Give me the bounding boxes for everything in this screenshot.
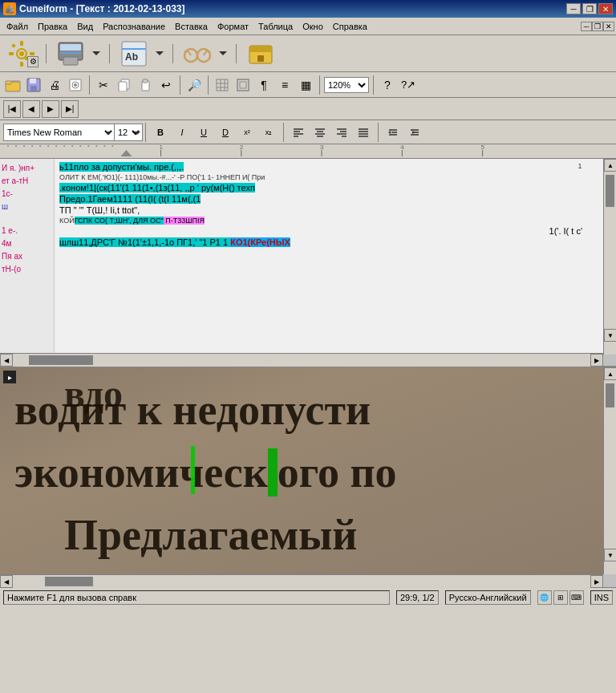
- svg-point-67: [23, 145, 25, 147]
- menu-window[interactable]: Окно: [298, 20, 328, 33]
- image-scroll-left[interactable]: ◀: [0, 575, 13, 588]
- nav-last-button[interactable]: ▶|: [61, 100, 79, 118]
- svg-rect-4: [9, 52, 14, 55]
- ocr-button[interactable]: Аb: [116, 38, 152, 69]
- menu-edit[interactable]: Правка: [33, 20, 72, 33]
- cut-button[interactable]: ✂: [94, 76, 113, 94]
- restore-button[interactable]: ❐: [582, 3, 597, 14]
- view-mode-button[interactable]: ▦: [296, 76, 315, 94]
- italic-button[interactable]: I: [172, 124, 192, 141]
- svg-text:Аb: Аb: [125, 51, 138, 63]
- ocr-hscroll-thumb[interactable]: [29, 355, 93, 365]
- image-scroll-right[interactable]: ▶: [590, 575, 603, 588]
- menu-recognize[interactable]: Распознавание: [98, 20, 170, 33]
- svg-point-77: [103, 145, 105, 147]
- image-hscroll[interactable]: ◀ ▶: [0, 574, 603, 587]
- subscript-button[interactable]: x₂: [259, 124, 278, 141]
- frame-button[interactable]: [233, 76, 253, 94]
- menu-insert[interactable]: Вставка: [170, 20, 213, 33]
- font-dropdown-icon: [105, 132, 111, 135]
- menu-close[interactable]: ✕: [603, 22, 614, 31]
- view-button[interactable]: [179, 38, 216, 69]
- justify-button[interactable]: [354, 124, 373, 141]
- ocr-span-8a: шлш11,ДРС'Г №1(1'±1,1,-1о ПГ1,' "1 Р1 1: [59, 237, 230, 247]
- layout-button[interactable]: ≡: [275, 76, 294, 94]
- superscript-button[interactable]: x²: [237, 124, 257, 141]
- nav-first-button[interactable]: |◀: [3, 100, 21, 118]
- align-right-button[interactable]: [332, 124, 351, 141]
- menu-view[interactable]: Вид: [72, 20, 98, 33]
- menu-restore[interactable]: ❐: [592, 22, 603, 31]
- copy-button[interactable]: [115, 76, 134, 94]
- image-vscroll[interactable]: ▲ ▼: [603, 367, 616, 574]
- svg-text:5: 5: [481, 144, 485, 151]
- image-scroll-down[interactable]: ▼: [604, 549, 616, 561]
- ocr-line-6: КОЙГСПК СО( Т;ШН', ДЛЯ ОС" П-Т33ШПІЯ: [59, 217, 598, 225]
- save-button[interactable]: [24, 76, 43, 94]
- table-button[interactable]: [213, 76, 232, 94]
- svg-text:1: 1: [160, 144, 164, 151]
- ocr-vscroll[interactable]: ▲ ▼: [603, 159, 616, 355]
- app-icon: 🪨: [3, 2, 16, 15]
- ocr-span-3: .коном!1|(ск(11'(1 11(1•,(1з(11, ,,р ' р…: [59, 183, 255, 192]
- ocr-scroll-left[interactable]: ◀: [0, 354, 13, 367]
- image-scroll-up[interactable]: ▲: [604, 367, 616, 380]
- paste-button[interactable]: [136, 76, 155, 94]
- scan-dropdown[interactable]: [92, 43, 103, 65]
- svg-text:4: 4: [400, 144, 404, 151]
- ocr-scroll-right[interactable]: ▶: [590, 354, 603, 367]
- align-center-button[interactable]: [310, 124, 330, 141]
- bold-button[interactable]: B: [151, 124, 170, 141]
- underline-d-button[interactable]: D: [216, 124, 235, 141]
- scan-button[interactable]: [52, 38, 89, 69]
- ocr-scroll-thumb[interactable]: [606, 175, 614, 207]
- help-button[interactable]: ?: [378, 76, 397, 94]
- menu-table[interactable]: Таблица: [253, 20, 298, 33]
- ocr-scroll-down[interactable]: ▼: [604, 329, 616, 342]
- menu-format[interactable]: Формат: [213, 20, 253, 33]
- search-button[interactable]: 🔎: [184, 76, 204, 94]
- status-position: 29:9, 1/2: [396, 590, 439, 605]
- svg-rect-21: [257, 55, 264, 62]
- view-dropdown[interactable]: [219, 43, 230, 65]
- svg-point-1: [19, 51, 24, 56]
- export-button[interactable]: [242, 38, 279, 69]
- status-mode: INS: [590, 590, 613, 605]
- close-button[interactable]: ✕: [598, 3, 613, 14]
- nav-prev-button[interactable]: ◀: [22, 100, 40, 118]
- margin-spacer: [2, 213, 52, 225]
- menu-minimize[interactable]: ─: [581, 22, 592, 31]
- ocr-scroll-up[interactable]: ▲: [604, 159, 616, 172]
- minimize-button[interactable]: ─: [566, 3, 581, 14]
- image-scroll-thumb[interactable]: [606, 383, 614, 407]
- indent-inc-button[interactable]: [405, 124, 424, 141]
- menu-bar: Файл Правка Вид Распознавание Вставка Фо…: [0, 18, 616, 35]
- menu-file[interactable]: Файл: [2, 20, 33, 33]
- status-icons: 🌐 ⊞ ⌨: [537, 590, 584, 605]
- title-bar: 🪨 Cuneiform - [Текст : 2012-02-13-033] ─…: [0, 0, 616, 18]
- print-preview-button[interactable]: [66, 76, 85, 94]
- font-name-select[interactable]: Times New Roman Arial Courier New: [3, 124, 116, 141]
- svg-rect-11: [63, 57, 78, 65]
- underline-button[interactable]: U: [194, 124, 213, 141]
- undo-button[interactable]: ↩: [156, 76, 176, 94]
- ocr-hscroll[interactable]: ◀ ▶: [0, 353, 603, 366]
- indent-dec-button[interactable]: [383, 124, 403, 141]
- print-button[interactable]: 🖨: [45, 76, 64, 94]
- nav-next-button[interactable]: ▶: [42, 100, 59, 118]
- svg-point-69: [39, 145, 41, 147]
- size-dropdown-icon: [134, 132, 140, 135]
- image-hscroll-thumb[interactable]: [45, 577, 93, 586]
- align-left-button[interactable]: [289, 124, 308, 141]
- menu-help[interactable]: Справка: [328, 20, 372, 33]
- svg-point-68: [31, 145, 33, 147]
- ocr-dropdown[interactable]: [156, 43, 167, 65]
- page-marker: 1: [574, 162, 586, 170]
- context-help-button[interactable]: ?↗: [399, 76, 418, 94]
- zoom-select[interactable]: 120% 100% 75% 50%: [324, 77, 369, 93]
- paragraph-button[interactable]: ¶: [254, 76, 274, 94]
- open-button[interactable]: [3, 76, 22, 94]
- ocr-line-2: ОЛИТ К ЕМ(.'Ю1)(- 111)10мы.-#...-' -Р ПО…: [59, 173, 598, 181]
- toolbar-format: Times New Roman Arial Courier New 12 10 …: [0, 120, 616, 144]
- ocr-span-8b: КО1(КРе(НЫХ: [230, 237, 290, 247]
